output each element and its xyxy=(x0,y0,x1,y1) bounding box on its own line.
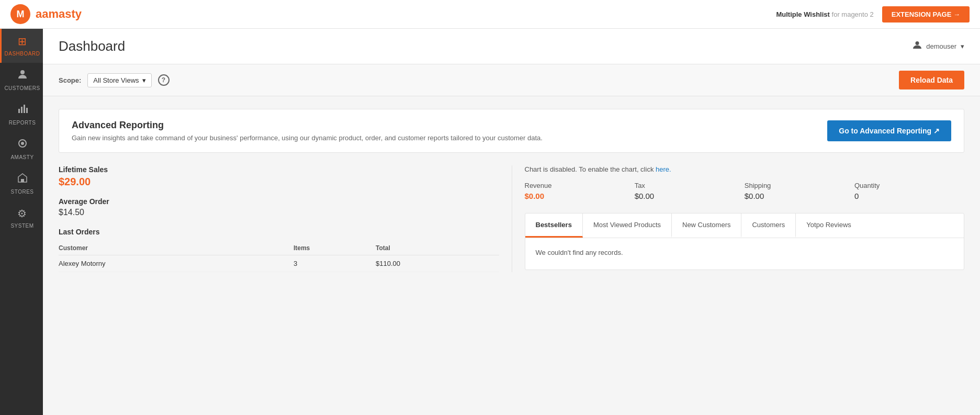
svg-rect-4 xyxy=(26,108,28,113)
orders-col-customer: Customer xyxy=(59,241,294,255)
ar-title: Advanced Reporting xyxy=(72,120,543,131)
svg-rect-2 xyxy=(21,107,22,113)
metric-quantity: Quantity 0 xyxy=(854,182,964,200)
metric-revenue: Revenue $0.00 xyxy=(525,182,635,200)
header-right: Multiple Wishlist for magento 2 EXTENSIO… xyxy=(776,6,970,23)
orders-col-items: Items xyxy=(294,241,376,255)
tab-yotpo[interactable]: Yotpo Reviews xyxy=(796,214,862,238)
revenue-value: $0.00 xyxy=(525,192,635,200)
order-items: 3 xyxy=(294,255,376,272)
tab-most-viewed[interactable]: Most Viewed Products xyxy=(583,214,672,238)
svg-point-0 xyxy=(20,70,25,74)
user-dropdown-icon: ▾ xyxy=(961,42,964,50)
svg-point-8 xyxy=(916,41,919,45)
metric-shipping: Shipping $0.00 xyxy=(745,182,854,200)
svg-point-6 xyxy=(21,142,24,145)
reports-icon xyxy=(17,104,28,117)
scope-bar: Scope: All Store Views ▾ ? Reload Data xyxy=(43,64,980,96)
advanced-reporting-section: Advanced Reporting Gain new insights and… xyxy=(59,109,964,153)
last-orders-block: Last Orders Customer Items Total xyxy=(59,228,499,272)
user-menu[interactable]: demouser ▾ xyxy=(913,40,964,52)
table-row: Alexey Motorny 3 $110.00 xyxy=(59,255,499,272)
metrics-row: Revenue $0.00 Tax $0.00 Shipping $0.00 xyxy=(525,182,965,200)
scope-left: Scope: All Store Views ▾ ? xyxy=(59,73,170,87)
main-content: Advanced Reporting Gain new insights and… xyxy=(43,96,980,285)
sidebar-item-system[interactable]: ⚙ SYSTEM xyxy=(0,201,43,235)
revenue-label: Revenue xyxy=(525,182,635,189)
sidebar: ⊞ DASHBOARD CUSTOMERS REPORTS xyxy=(0,29,43,415)
stats-grid: Lifetime Sales $29.00 Average Order $14.… xyxy=(59,165,964,272)
lifetime-sales-block: Lifetime Sales $29.00 xyxy=(59,165,499,188)
quantity-value: 0 xyxy=(854,192,964,200)
help-icon[interactable]: ? xyxy=(158,74,170,86)
scope-select[interactable]: All Store Views ▾ xyxy=(87,73,151,87)
content-area: Dashboard demouser ▾ Scope: All Store Vi… xyxy=(43,29,980,415)
tax-value: $0.00 xyxy=(635,192,745,200)
orders-table: Customer Items Total Alexey Motorny 3 $1… xyxy=(59,241,499,272)
tab-content: We couldn't find any records. xyxy=(525,238,964,270)
average-order-block: Average Order $14.50 xyxy=(59,197,499,217)
ar-text-block: Advanced Reporting Gain new insights and… xyxy=(72,120,543,142)
magento-icon: M xyxy=(10,4,30,24)
amasty-icon xyxy=(17,138,28,151)
right-stats: Chart is disabled. To enable the chart, … xyxy=(512,165,965,272)
tabs-section: Bestsellers Most Viewed Products New Cus… xyxy=(525,213,965,270)
tab-customers[interactable]: Customers xyxy=(741,214,796,238)
average-order-label: Average Order xyxy=(59,197,499,206)
svg-rect-1 xyxy=(18,109,20,113)
user-icon xyxy=(913,40,922,52)
scope-label: Scope: xyxy=(59,76,81,84)
go-to-advanced-reporting-button[interactable]: Go to Advanced Reporting ↗ xyxy=(827,120,951,141)
tab-new-customers[interactable]: New Customers xyxy=(672,214,741,238)
shipping-value: $0.00 xyxy=(745,192,854,200)
system-icon: ⚙ xyxy=(17,207,27,220)
sidebar-item-customers[interactable]: CUSTOMERS xyxy=(0,63,43,97)
extension-page-button[interactable]: EXTENSION PAGE → xyxy=(882,6,970,23)
sidebar-item-reports[interactable]: REPORTS xyxy=(0,97,43,132)
extension-info: Multiple Wishlist for magento 2 xyxy=(776,10,873,18)
top-header: M aamasty Multiple Wishlist for magento … xyxy=(0,0,980,29)
metric-tax: Tax $0.00 xyxy=(635,182,745,200)
sidebar-item-amasty[interactable]: AMASTY xyxy=(0,132,43,166)
customers-icon xyxy=(17,69,28,82)
scope-dropdown-icon: ▾ xyxy=(142,76,146,84)
stores-icon xyxy=(17,173,28,186)
ar-description: Gain new insights and take command of yo… xyxy=(72,134,543,142)
order-total: $110.00 xyxy=(376,255,499,272)
amasty-logo: aamasty xyxy=(36,7,82,21)
lifetime-sales-value: $29.00 xyxy=(59,176,499,188)
chart-enable-link[interactable]: here. xyxy=(656,165,671,173)
tab-bestsellers[interactable]: Bestsellers xyxy=(525,214,583,238)
page-title: Dashboard xyxy=(59,38,125,54)
last-orders-title: Last Orders xyxy=(59,228,499,236)
logo-area: M aamasty xyxy=(10,4,82,24)
sidebar-item-stores[interactable]: STORES xyxy=(0,166,43,201)
shipping-label: Shipping xyxy=(745,182,854,189)
average-order-value: $14.50 xyxy=(59,208,499,217)
svg-rect-7 xyxy=(21,179,24,182)
dashboard-icon: ⊞ xyxy=(18,35,27,48)
order-customer: Alexey Motorny xyxy=(59,255,294,272)
chart-notice: Chart is disabled. To enable the chart, … xyxy=(525,165,965,173)
quantity-label: Quantity xyxy=(854,182,964,189)
no-records-text: We couldn't find any records. xyxy=(536,249,954,256)
left-stats: Lifetime Sales $29.00 Average Order $14.… xyxy=(59,165,512,272)
tax-label: Tax xyxy=(635,182,745,189)
tabs-header: Bestsellers Most Viewed Products New Cus… xyxy=(525,214,964,238)
sidebar-item-dashboard[interactable]: ⊞ DASHBOARD xyxy=(0,29,43,63)
user-name: demouser xyxy=(926,42,956,50)
main-layout: ⊞ DASHBOARD CUSTOMERS REPORTS xyxy=(0,29,980,415)
svg-rect-3 xyxy=(24,105,25,113)
page-header: Dashboard demouser ▾ xyxy=(43,29,980,64)
lifetime-sales-label: Lifetime Sales xyxy=(59,165,499,174)
reload-data-button[interactable]: Reload Data xyxy=(899,71,964,89)
orders-col-total: Total xyxy=(376,241,499,255)
